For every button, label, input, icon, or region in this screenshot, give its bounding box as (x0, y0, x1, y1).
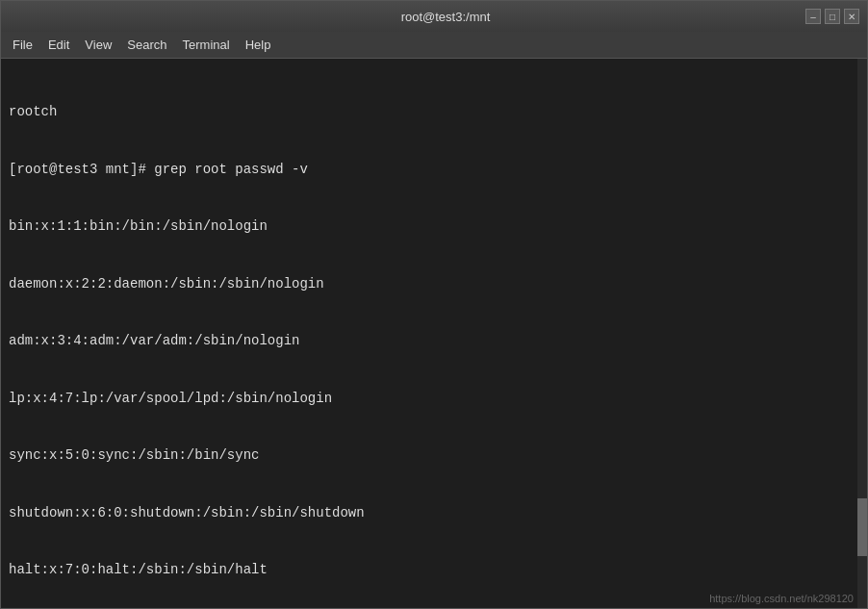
line-1: rootch (9, 102, 859, 121)
line-8: shutdown:x:6:0:shutdown:/sbin:/sbin/shut… (9, 503, 859, 522)
line-7: sync:x:5:0:sync:/sbin:/bin/sync (9, 445, 859, 465)
line-3: bin:x:1:1:bin:/bin:/sbin/nologin (9, 216, 859, 236)
line-6: lp:x:4:7:lp:/var/spool/lpd:/sbin/nologin (9, 389, 859, 408)
terminal-content: rootch [root@test3 mnt]# grep root passw… (9, 64, 859, 608)
menu-bar: File Edit View Search Terminal Help (1, 32, 867, 59)
scrollbar[interactable] (857, 59, 867, 608)
menu-search[interactable]: Search (119, 34, 174, 56)
scrollbar-thumb[interactable] (857, 498, 867, 556)
minimize-button[interactable]: – (805, 9, 821, 24)
menu-terminal[interactable]: Terminal (175, 34, 238, 56)
terminal-window: root@test3:/mnt – □ ✕ File Edit View Sea… (0, 0, 868, 609)
line-2: [root@test3 mnt]# grep root passwd -v (9, 160, 859, 179)
close-button[interactable]: ✕ (844, 9, 859, 24)
line-4: daemon:x:2:2:daemon:/sbin:/sbin/nologin (9, 274, 859, 293)
terminal-body[interactable]: rootch [root@test3 mnt]# grep root passw… (1, 59, 867, 608)
menu-view[interactable]: View (77, 34, 119, 56)
menu-file[interactable]: File (5, 34, 40, 56)
menu-help[interactable]: Help (238, 34, 279, 56)
menu-edit[interactable]: Edit (40, 34, 77, 56)
window-controls: – □ ✕ (805, 9, 859, 24)
line-5: adm:x:3:4:adm:/var/adm:/sbin/nologin (9, 331, 859, 350)
window-title: root@test3:/mnt (401, 10, 491, 24)
watermark: https://blog.csdn.net/nk298120 (709, 593, 854, 604)
maximize-button[interactable]: □ (825, 9, 840, 24)
title-bar: root@test3:/mnt – □ ✕ (1, 1, 867, 32)
line-9: halt:x:7:0:halt:/sbin:/sbin/halt (9, 560, 859, 579)
